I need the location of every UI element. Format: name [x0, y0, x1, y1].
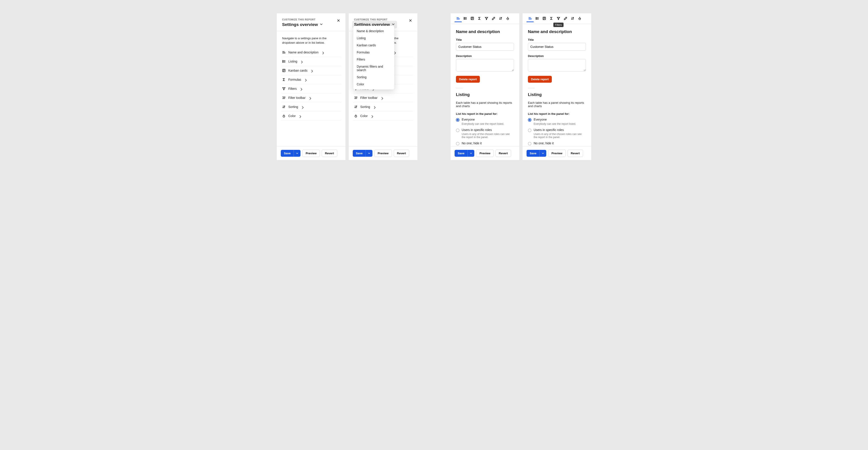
panel-header: CUSTOMIZE THIS REPORT Settings overview … — [277, 13, 345, 31]
option-sort[interactable]: Sorting — [353, 103, 413, 112]
tab-list[interactable] — [534, 15, 541, 22]
option-text-lines[interactable]: Name and description — [281, 48, 341, 57]
option-sort[interactable]: Sorting — [281, 103, 341, 112]
section-heading: Listing — [456, 92, 514, 97]
radio-option[interactable]: Everyone Everybody can see the report li… — [528, 118, 586, 125]
delete-report-button[interactable]: Delete report — [528, 76, 552, 83]
chevron-right-icon — [300, 60, 303, 62]
panel-footer: Save Preview Revert — [523, 146, 591, 160]
paint-icon — [354, 114, 358, 118]
tab-sigma[interactable] — [476, 15, 483, 22]
dropdown-item[interactable]: Name & description — [353, 27, 394, 35]
radio-label: Users in specific roles — [462, 128, 514, 132]
revert-button[interactable]: Revert — [322, 150, 337, 157]
section-heading: Name and description — [456, 29, 514, 34]
title-input[interactable] — [456, 43, 514, 51]
tab-funnel[interactable] — [483, 15, 490, 22]
tab-sort[interactable] — [569, 15, 576, 22]
preview-button[interactable]: Preview — [548, 150, 565, 157]
dropdown-item[interactable]: Dynamic filters and search — [353, 63, 394, 74]
tab-strip: Filters — [523, 13, 591, 24]
overview-panel: CUSTOMIZE THIS REPORT Settings overview … — [277, 13, 345, 160]
tab-text-lines[interactable] — [527, 15, 534, 22]
dropdown-item[interactable]: Filters — [353, 56, 394, 63]
name-description-section: Name and description Title Description D… — [523, 24, 591, 88]
save-split-button[interactable] — [293, 150, 301, 157]
dropdown-item[interactable]: Sorting — [353, 74, 394, 81]
tab-sigma[interactable] — [548, 15, 555, 22]
close-button[interactable]: ✕ — [407, 18, 412, 23]
radio-help: Users in any of the chosen roles can see… — [462, 133, 514, 139]
option-label: Filter toolbar — [288, 96, 306, 100]
tab-funnel[interactable]: Filters — [555, 15, 562, 22]
save-button[interactable]: Save — [527, 150, 539, 157]
chevron-right-icon — [309, 97, 311, 99]
save-button-group: Save — [281, 150, 301, 157]
sort-icon — [282, 105, 286, 109]
option-paint[interactable]: Color — [281, 112, 341, 120]
save-split-button[interactable] — [366, 150, 372, 157]
eyebrow: CUSTOMIZE THIS REPORT — [354, 18, 396, 21]
name-description-section: Name and description Title Description D… — [451, 24, 519, 88]
radio-option[interactable]: No one; hide it The report isn't listed … — [528, 141, 586, 146]
tab-list[interactable] — [462, 15, 469, 22]
description-input[interactable] — [528, 59, 586, 72]
radio-label: No one; hide it — [462, 141, 514, 145]
radio-indicator — [528, 118, 531, 122]
revert-button[interactable]: Revert — [567, 150, 583, 157]
tab-paint[interactable] — [504, 15, 511, 22]
preview-button[interactable]: Preview — [374, 150, 392, 157]
tab-pen[interactable] — [562, 15, 569, 22]
tab-kanban[interactable] — [541, 15, 548, 22]
dropdown-item[interactable]: Kanban cards — [353, 42, 394, 49]
chevron-right-icon — [310, 69, 313, 72]
save-split-button[interactable] — [467, 150, 474, 157]
chevron-right-icon — [301, 106, 303, 108]
option-toolbar[interactable]: Filter toolbar — [281, 93, 341, 103]
save-button[interactable]: Save — [281, 150, 293, 157]
settings-title-dropdown[interactable]: Settings overview — [282, 22, 323, 27]
save-button[interactable]: Save — [455, 150, 467, 157]
tab-sort[interactable] — [497, 15, 504, 22]
dropdown-item[interactable]: Listing — [353, 35, 394, 42]
radio-label: Everyone — [462, 118, 504, 122]
dropdown-item[interactable]: Color — [353, 81, 394, 88]
section-subtext: Each table has a panel showing its repor… — [528, 101, 586, 108]
funnel-icon — [282, 87, 286, 90]
close-button[interactable]: ✕ — [335, 18, 340, 23]
option-label: Filter toolbar — [360, 96, 377, 100]
radio-indicator — [456, 118, 460, 122]
option-paint[interactable]: Color — [353, 112, 413, 120]
radio-option[interactable]: Users in specific roles Users in any of … — [456, 128, 514, 139]
radio-option[interactable]: Users in specific roles Users in any of … — [528, 128, 586, 139]
option-toolbar[interactable]: Filter toolbar — [353, 93, 413, 103]
radio-label: No one; hide it — [534, 141, 586, 145]
revert-button[interactable]: Revert — [394, 150, 409, 157]
panel-footer: Save Preview Revert — [349, 146, 417, 160]
option-list[interactable]: Listing — [281, 57, 341, 66]
delete-report-button[interactable]: Delete report — [456, 76, 480, 83]
save-split-button[interactable] — [539, 150, 546, 157]
tab-text-lines[interactable] — [455, 15, 462, 22]
description-input[interactable] — [456, 59, 514, 72]
paint-icon — [282, 114, 286, 118]
settings-dropdown: Name & descriptionListingKanban cardsFor… — [353, 26, 394, 89]
radio-option[interactable]: No one; hide it The report isn't listed … — [456, 141, 514, 146]
intro-text: Navigate to a settings pane in the dropd… — [282, 36, 340, 45]
tab-pen[interactable] — [490, 15, 497, 22]
revert-button[interactable]: Revert — [496, 150, 511, 157]
title-input[interactable] — [528, 43, 586, 51]
preview-button[interactable]: Preview — [302, 150, 320, 157]
radio-indicator — [456, 129, 460, 132]
toolbar-icon — [354, 96, 358, 100]
save-button[interactable]: Save — [353, 150, 366, 157]
radio-option[interactable]: Everyone Everybody can see the report li… — [456, 118, 514, 125]
title-label: Title — [528, 38, 586, 41]
option-funnel[interactable]: Filters — [281, 84, 341, 93]
tab-kanban[interactable] — [469, 15, 476, 22]
dropdown-item[interactable]: Formulas — [353, 49, 394, 56]
option-kanban[interactable]: Kanban cards — [281, 66, 341, 75]
option-sigma[interactable]: Formulas — [281, 75, 341, 84]
preview-button[interactable]: Preview — [476, 150, 494, 157]
tab-paint[interactable] — [576, 15, 583, 22]
